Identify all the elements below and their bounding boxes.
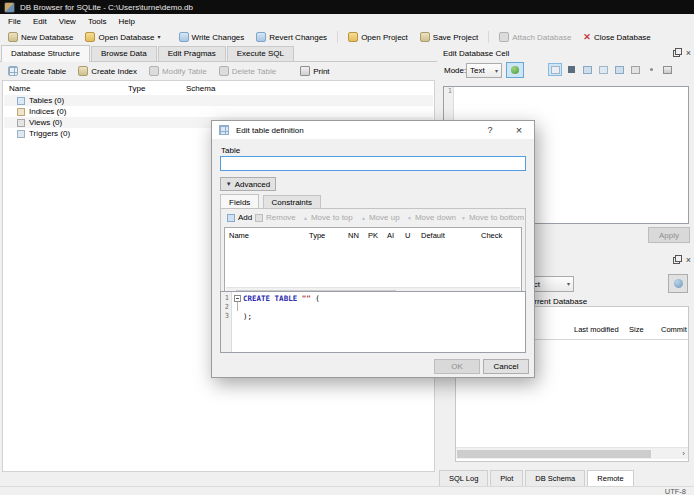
fields-table[interactable]: Name Type NN PK AI U Default Check ‹ › bbox=[224, 227, 522, 301]
create-index-button[interactable]: Create Index bbox=[72, 64, 143, 78]
tab-sql-log[interactable]: SQL Log bbox=[439, 470, 488, 486]
remote-table-hscrollbar[interactable]: › bbox=[456, 447, 688, 459]
menu-tools[interactable]: Tools bbox=[82, 15, 113, 28]
export-data-button[interactable] bbox=[612, 63, 626, 76]
options-button[interactable] bbox=[644, 63, 658, 76]
edit-cell-dock-header[interactable]: Edit Database Cell × bbox=[437, 46, 694, 60]
tab-edit-pragmas[interactable]: Edit Pragmas bbox=[158, 46, 226, 61]
save-project-button[interactable]: Save Project bbox=[414, 30, 484, 44]
menu-help[interactable]: Help bbox=[113, 15, 141, 28]
app-icon bbox=[4, 2, 15, 13]
sql-preview[interactable]: 1 2 3 CREATE TABLE "" ( ); bbox=[220, 291, 526, 353]
remove-icon bbox=[255, 214, 263, 222]
modify-table-button: Modify Table bbox=[143, 64, 213, 78]
chevron-down-icon[interactable]: ▾ bbox=[158, 34, 161, 40]
fold-marker-icon[interactable] bbox=[234, 295, 241, 302]
tab-plot[interactable]: Plot bbox=[490, 470, 523, 486]
tab-db-schema[interactable]: DB Schema bbox=[525, 470, 585, 486]
delete-table-icon bbox=[219, 66, 229, 76]
tab-remote[interactable]: Remote bbox=[587, 470, 633, 487]
scroll-right-icon[interactable]: › bbox=[682, 449, 685, 459]
open-file-button[interactable] bbox=[596, 63, 610, 76]
import-data-button[interactable] bbox=[580, 63, 594, 76]
float-panel-icon[interactable] bbox=[673, 257, 680, 264]
close-database-button[interactable]: ✕ Close Database bbox=[577, 31, 656, 44]
dialog-help-button[interactable]: ? bbox=[479, 122, 501, 138]
print-button[interactable]: Print bbox=[294, 64, 335, 78]
fields-column-name[interactable]: Name bbox=[229, 231, 249, 240]
word-wrap-toggle[interactable] bbox=[506, 62, 524, 78]
line-number: 2 bbox=[225, 303, 229, 311]
cancel-button[interactable]: Cancel bbox=[483, 359, 529, 374]
open-project-button[interactable]: Open Project bbox=[342, 30, 414, 44]
null-icon bbox=[568, 66, 575, 73]
float-panel-icon[interactable] bbox=[673, 50, 680, 57]
fields-column-nn[interactable]: NN bbox=[348, 231, 359, 240]
dialog-close-button[interactable]: × bbox=[508, 122, 530, 138]
fields-column-pk[interactable]: PK bbox=[368, 231, 378, 240]
fields-column-ai[interactable]: AI bbox=[387, 231, 394, 240]
remote-column-size[interactable]: Size bbox=[629, 325, 644, 334]
tree-column-type[interactable]: Type bbox=[128, 84, 145, 93]
ok-button: OK bbox=[434, 359, 480, 374]
attach-database-button: Attach Database bbox=[493, 30, 577, 44]
move-to-bottom-icon: ▼ bbox=[461, 215, 466, 221]
menu-view[interactable]: View bbox=[53, 15, 82, 28]
move-up-button: ▲ Move up bbox=[361, 213, 400, 222]
close-panel-icon[interactable]: × bbox=[686, 49, 691, 58]
remote-action-button[interactable] bbox=[668, 274, 688, 293]
word-wrap-icon bbox=[511, 66, 519, 74]
scrollbar-thumb[interactable] bbox=[457, 450, 651, 458]
table-name-input[interactable] bbox=[220, 156, 526, 171]
table-definition-icon bbox=[219, 125, 229, 135]
tab-execute-sql[interactable]: Execute SQL bbox=[227, 46, 294, 61]
revert-changes-button[interactable]: Revert Changes bbox=[250, 30, 333, 44]
create-table-button[interactable]: Create Table bbox=[2, 64, 72, 78]
advanced-button[interactable]: ▼ Advanced bbox=[220, 177, 276, 191]
write-changes-button[interactable]: Write Changes bbox=[173, 30, 251, 44]
open-database-button[interactable]: Open Database ▾ bbox=[79, 30, 166, 44]
print-icon bbox=[300, 66, 310, 76]
fields-column-default[interactable]: Default bbox=[421, 231, 445, 240]
save-icon bbox=[631, 66, 640, 74]
bottom-tab-bar: SQL Log Plot DB Schema Remote bbox=[437, 470, 694, 487]
fields-column-u[interactable]: U bbox=[405, 231, 410, 240]
tab-database-structure[interactable]: Database Structure bbox=[1, 45, 90, 62]
text-format-button[interactable] bbox=[548, 63, 562, 76]
fold-guide bbox=[237, 302, 238, 311]
tree-item-tables[interactable]: Tables (0) bbox=[4, 95, 433, 106]
fields-column-check[interactable]: Check bbox=[481, 231, 502, 240]
statusbar: UTF-8 bbox=[0, 486, 694, 495]
close-panel-icon[interactable]: × bbox=[686, 256, 691, 265]
dialog-titlebar[interactable]: Edit table definition ? × bbox=[212, 121, 534, 139]
tree-column-name[interactable]: Name bbox=[9, 84, 30, 93]
menu-file[interactable]: File bbox=[2, 15, 27, 28]
index-icon bbox=[17, 108, 25, 116]
menu-edit[interactable]: Edit bbox=[27, 15, 53, 28]
new-database-button[interactable]: New Database bbox=[2, 30, 79, 44]
tab-constraints[interactable]: Constraints bbox=[263, 195, 321, 209]
window-title: DB Browser for SQLite - C:\Users\turne\d… bbox=[20, 3, 193, 12]
mode-select[interactable]: Text ▾ bbox=[466, 63, 502, 78]
app-window: DB Browser for SQLite - C:\Users\turne\d… bbox=[0, 0, 694, 495]
set-null-button[interactable] bbox=[564, 63, 578, 76]
move-to-top-button: ▲ Move to top bbox=[303, 213, 353, 222]
fields-column-type[interactable]: Type bbox=[309, 231, 325, 240]
print-cell-button[interactable] bbox=[660, 63, 674, 76]
remote-column-commit[interactable]: Commit bbox=[661, 325, 687, 334]
titlebar[interactable]: DB Browser for SQLite - C:\Users\turne\d… bbox=[0, 0, 694, 14]
save-cell-button[interactable] bbox=[628, 63, 642, 76]
tree-column-schema[interactable]: Schema bbox=[186, 84, 215, 93]
encoding-indicator[interactable]: UTF-8 bbox=[665, 487, 686, 495]
open-project-icon bbox=[348, 32, 358, 42]
tab-browse-data[interactable]: Browse Data bbox=[91, 46, 157, 61]
remote-column-last-modified[interactable]: Last modified bbox=[574, 325, 619, 334]
view-icon bbox=[17, 119, 25, 127]
add-field-button[interactable]: Add bbox=[227, 213, 252, 222]
apply-button: Apply bbox=[648, 227, 690, 243]
tree-item-indices[interactable]: Indices (0) bbox=[4, 106, 433, 117]
structure-toolbar: Create Table Create Index Modify Table D… bbox=[0, 62, 439, 80]
cell-editor-line-number: 1 bbox=[448, 87, 452, 95]
globe-icon bbox=[674, 279, 683, 288]
toolbar-separator bbox=[488, 31, 489, 43]
